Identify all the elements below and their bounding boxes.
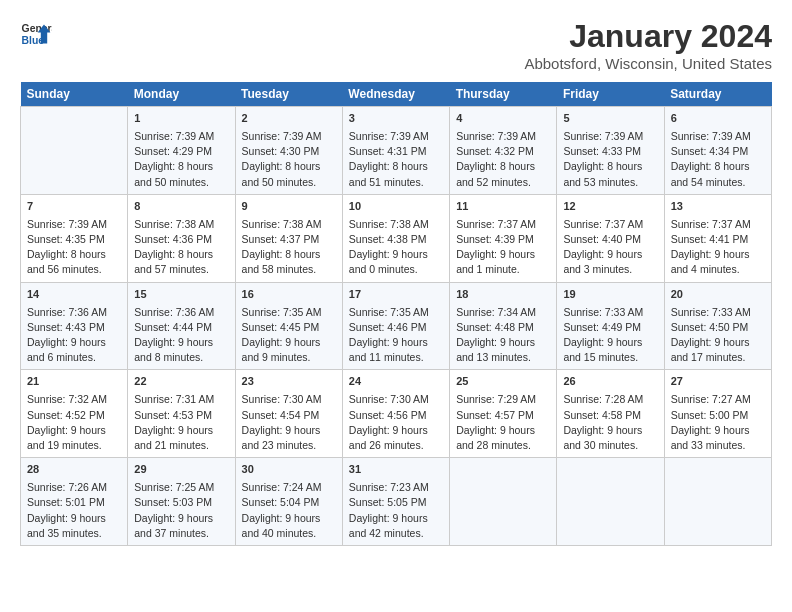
cell-content: Sunrise: 7:38 AM Sunset: 4:37 PM Dayligh… bbox=[242, 217, 336, 278]
calendar-cell: 3Sunrise: 7:39 AM Sunset: 4:31 PM Daylig… bbox=[342, 107, 449, 195]
day-number: 3 bbox=[349, 111, 443, 127]
column-header-wednesday: Wednesday bbox=[342, 82, 449, 107]
calendar-cell: 25Sunrise: 7:29 AM Sunset: 4:57 PM Dayli… bbox=[450, 370, 557, 458]
cell-content: Sunrise: 7:39 AM Sunset: 4:35 PM Dayligh… bbox=[27, 217, 121, 278]
cell-content: Sunrise: 7:39 AM Sunset: 4:30 PM Dayligh… bbox=[242, 129, 336, 190]
day-number: 13 bbox=[671, 199, 765, 215]
cell-content: Sunrise: 7:31 AM Sunset: 4:53 PM Dayligh… bbox=[134, 392, 228, 453]
week-row-1: 1Sunrise: 7:39 AM Sunset: 4:29 PM Daylig… bbox=[21, 107, 772, 195]
calendar-cell: 15Sunrise: 7:36 AM Sunset: 4:44 PM Dayli… bbox=[128, 282, 235, 370]
calendar-cell: 5Sunrise: 7:39 AM Sunset: 4:33 PM Daylig… bbox=[557, 107, 664, 195]
day-number: 19 bbox=[563, 287, 657, 303]
cell-content: Sunrise: 7:35 AM Sunset: 4:46 PM Dayligh… bbox=[349, 305, 443, 366]
cell-content: Sunrise: 7:30 AM Sunset: 4:54 PM Dayligh… bbox=[242, 392, 336, 453]
calendar-cell: 30Sunrise: 7:24 AM Sunset: 5:04 PM Dayli… bbox=[235, 458, 342, 546]
main-title: January 2024 bbox=[524, 18, 772, 55]
cell-content: Sunrise: 7:38 AM Sunset: 4:36 PM Dayligh… bbox=[134, 217, 228, 278]
cell-content: Sunrise: 7:39 AM Sunset: 4:32 PM Dayligh… bbox=[456, 129, 550, 190]
calendar-cell bbox=[557, 458, 664, 546]
logo: General Blue bbox=[20, 18, 52, 50]
calendar-cell bbox=[21, 107, 128, 195]
calendar-cell: 26Sunrise: 7:28 AM Sunset: 4:58 PM Dayli… bbox=[557, 370, 664, 458]
cell-content: Sunrise: 7:29 AM Sunset: 4:57 PM Dayligh… bbox=[456, 392, 550, 453]
calendar-cell: 21Sunrise: 7:32 AM Sunset: 4:52 PM Dayli… bbox=[21, 370, 128, 458]
calendar-cell: 24Sunrise: 7:30 AM Sunset: 4:56 PM Dayli… bbox=[342, 370, 449, 458]
cell-content: Sunrise: 7:33 AM Sunset: 4:50 PM Dayligh… bbox=[671, 305, 765, 366]
day-number: 11 bbox=[456, 199, 550, 215]
calendar-cell: 14Sunrise: 7:36 AM Sunset: 4:43 PM Dayli… bbox=[21, 282, 128, 370]
day-number: 12 bbox=[563, 199, 657, 215]
week-row-4: 21Sunrise: 7:32 AM Sunset: 4:52 PM Dayli… bbox=[21, 370, 772, 458]
day-number: 23 bbox=[242, 374, 336, 390]
day-number: 25 bbox=[456, 374, 550, 390]
cell-content: Sunrise: 7:37 AM Sunset: 4:41 PM Dayligh… bbox=[671, 217, 765, 278]
calendar-cell bbox=[664, 458, 771, 546]
cell-content: Sunrise: 7:25 AM Sunset: 5:03 PM Dayligh… bbox=[134, 480, 228, 541]
week-row-2: 7Sunrise: 7:39 AM Sunset: 4:35 PM Daylig… bbox=[21, 194, 772, 282]
cell-content: Sunrise: 7:39 AM Sunset: 4:34 PM Dayligh… bbox=[671, 129, 765, 190]
cell-content: Sunrise: 7:24 AM Sunset: 5:04 PM Dayligh… bbox=[242, 480, 336, 541]
calendar-cell: 12Sunrise: 7:37 AM Sunset: 4:40 PM Dayli… bbox=[557, 194, 664, 282]
column-header-saturday: Saturday bbox=[664, 82, 771, 107]
cell-content: Sunrise: 7:36 AM Sunset: 4:44 PM Dayligh… bbox=[134, 305, 228, 366]
calendar-page: General Blue January 2024 Abbotsford, Wi… bbox=[0, 0, 792, 612]
calendar-cell: 11Sunrise: 7:37 AM Sunset: 4:39 PM Dayli… bbox=[450, 194, 557, 282]
day-number: 21 bbox=[27, 374, 121, 390]
day-number: 9 bbox=[242, 199, 336, 215]
calendar-cell: 17Sunrise: 7:35 AM Sunset: 4:46 PM Dayli… bbox=[342, 282, 449, 370]
cell-content: Sunrise: 7:26 AM Sunset: 5:01 PM Dayligh… bbox=[27, 480, 121, 541]
cell-content: Sunrise: 7:32 AM Sunset: 4:52 PM Dayligh… bbox=[27, 392, 121, 453]
calendar-cell: 16Sunrise: 7:35 AM Sunset: 4:45 PM Dayli… bbox=[235, 282, 342, 370]
calendar-cell: 7Sunrise: 7:39 AM Sunset: 4:35 PM Daylig… bbox=[21, 194, 128, 282]
calendar-cell: 1Sunrise: 7:39 AM Sunset: 4:29 PM Daylig… bbox=[128, 107, 235, 195]
column-header-thursday: Thursday bbox=[450, 82, 557, 107]
day-number: 8 bbox=[134, 199, 228, 215]
day-number: 4 bbox=[456, 111, 550, 127]
calendar-cell: 2Sunrise: 7:39 AM Sunset: 4:30 PM Daylig… bbox=[235, 107, 342, 195]
day-number: 5 bbox=[563, 111, 657, 127]
cell-content: Sunrise: 7:27 AM Sunset: 5:00 PM Dayligh… bbox=[671, 392, 765, 453]
title-area: January 2024 Abbotsford, Wisconsin, Unit… bbox=[524, 18, 772, 72]
cell-content: Sunrise: 7:37 AM Sunset: 4:40 PM Dayligh… bbox=[563, 217, 657, 278]
cell-content: Sunrise: 7:33 AM Sunset: 4:49 PM Dayligh… bbox=[563, 305, 657, 366]
day-number: 10 bbox=[349, 199, 443, 215]
header: General Blue January 2024 Abbotsford, Wi… bbox=[20, 18, 772, 72]
day-number: 30 bbox=[242, 462, 336, 478]
calendar-cell: 8Sunrise: 7:38 AM Sunset: 4:36 PM Daylig… bbox=[128, 194, 235, 282]
cell-content: Sunrise: 7:39 AM Sunset: 4:31 PM Dayligh… bbox=[349, 129, 443, 190]
cell-content: Sunrise: 7:38 AM Sunset: 4:38 PM Dayligh… bbox=[349, 217, 443, 278]
cell-content: Sunrise: 7:39 AM Sunset: 4:29 PM Dayligh… bbox=[134, 129, 228, 190]
day-number: 26 bbox=[563, 374, 657, 390]
day-number: 1 bbox=[134, 111, 228, 127]
calendar-cell: 29Sunrise: 7:25 AM Sunset: 5:03 PM Dayli… bbox=[128, 458, 235, 546]
calendar-cell: 13Sunrise: 7:37 AM Sunset: 4:41 PM Dayli… bbox=[664, 194, 771, 282]
column-header-sunday: Sunday bbox=[21, 82, 128, 107]
cell-content: Sunrise: 7:34 AM Sunset: 4:48 PM Dayligh… bbox=[456, 305, 550, 366]
cell-content: Sunrise: 7:37 AM Sunset: 4:39 PM Dayligh… bbox=[456, 217, 550, 278]
calendar-cell: 22Sunrise: 7:31 AM Sunset: 4:53 PM Dayli… bbox=[128, 370, 235, 458]
week-row-5: 28Sunrise: 7:26 AM Sunset: 5:01 PM Dayli… bbox=[21, 458, 772, 546]
calendar-cell bbox=[450, 458, 557, 546]
calendar-cell: 28Sunrise: 7:26 AM Sunset: 5:01 PM Dayli… bbox=[21, 458, 128, 546]
calendar-table: SundayMondayTuesdayWednesdayThursdayFrid… bbox=[20, 82, 772, 546]
calendar-cell: 27Sunrise: 7:27 AM Sunset: 5:00 PM Dayli… bbox=[664, 370, 771, 458]
calendar-cell: 31Sunrise: 7:23 AM Sunset: 5:05 PM Dayli… bbox=[342, 458, 449, 546]
calendar-cell: 23Sunrise: 7:30 AM Sunset: 4:54 PM Dayli… bbox=[235, 370, 342, 458]
day-number: 27 bbox=[671, 374, 765, 390]
day-number: 16 bbox=[242, 287, 336, 303]
day-number: 7 bbox=[27, 199, 121, 215]
cell-content: Sunrise: 7:30 AM Sunset: 4:56 PM Dayligh… bbox=[349, 392, 443, 453]
cell-content: Sunrise: 7:23 AM Sunset: 5:05 PM Dayligh… bbox=[349, 480, 443, 541]
cell-content: Sunrise: 7:39 AM Sunset: 4:33 PM Dayligh… bbox=[563, 129, 657, 190]
calendar-cell: 6Sunrise: 7:39 AM Sunset: 4:34 PM Daylig… bbox=[664, 107, 771, 195]
day-number: 14 bbox=[27, 287, 121, 303]
week-row-3: 14Sunrise: 7:36 AM Sunset: 4:43 PM Dayli… bbox=[21, 282, 772, 370]
calendar-cell: 19Sunrise: 7:33 AM Sunset: 4:49 PM Dayli… bbox=[557, 282, 664, 370]
subtitle: Abbotsford, Wisconsin, United States bbox=[524, 55, 772, 72]
day-number: 2 bbox=[242, 111, 336, 127]
cell-content: Sunrise: 7:35 AM Sunset: 4:45 PM Dayligh… bbox=[242, 305, 336, 366]
cell-content: Sunrise: 7:28 AM Sunset: 4:58 PM Dayligh… bbox=[563, 392, 657, 453]
calendar-cell: 9Sunrise: 7:38 AM Sunset: 4:37 PM Daylig… bbox=[235, 194, 342, 282]
column-header-monday: Monday bbox=[128, 82, 235, 107]
day-number: 31 bbox=[349, 462, 443, 478]
